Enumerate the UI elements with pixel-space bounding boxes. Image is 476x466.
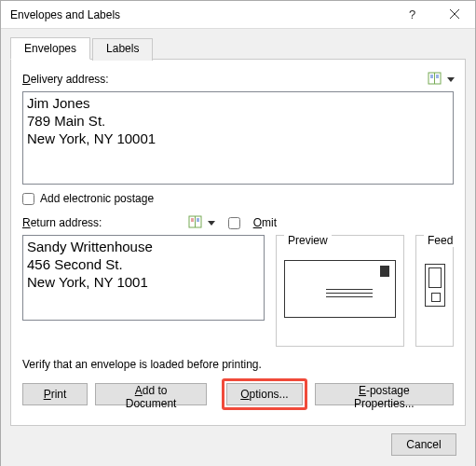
feed-legend: Feed — [424, 234, 456, 247]
print-button[interactable]: Print — [22, 383, 88, 405]
return-address-label: Return address: — [22, 216, 102, 229]
return-address-wrap — [22, 235, 265, 347]
omit-label: Omit — [253, 216, 277, 229]
return-address-book-button[interactable] — [189, 212, 215, 233]
delivery-address-book-button[interactable] — [428, 69, 454, 89]
electronic-postage-checkbox[interactable] — [22, 193, 34, 205]
button-row: Print Add to Document Options... E-posta… — [22, 378, 454, 410]
options-highlight: Options... — [222, 378, 306, 410]
dialog-footer: Cancel — [10, 426, 466, 463]
add-to-document-button[interactable]: Add to Document — [95, 383, 207, 405]
lower-section: Preview Feed — [22, 235, 454, 347]
tab-labels[interactable]: Labels — [92, 38, 153, 61]
return-address-header: Return address: — [22, 212, 454, 233]
feed-group[interactable]: Feed — [415, 235, 454, 347]
envelope-preview-icon — [284, 260, 396, 318]
feed-orientation-icon — [425, 264, 445, 307]
help-icon: ? — [409, 7, 415, 21]
electronic-postage-row: Add electronic postage — [22, 192, 454, 205]
help-button[interactable]: ? — [391, 1, 433, 29]
tabs-container: Envelopes Labels Delivery address: — [10, 59, 466, 426]
close-icon — [450, 8, 459, 21]
options-button[interactable]: Options... — [226, 383, 302, 405]
tab-envelopes[interactable]: Envelopes — [10, 37, 90, 60]
delivery-address-header: Delivery address: — [22, 69, 454, 89]
epostage-properties-button[interactable]: E-postage Properties... — [315, 383, 454, 405]
delivery-address-input[interactable] — [22, 91, 454, 185]
cancel-button[interactable]: Cancel — [391, 433, 456, 456]
preview-group[interactable]: Preview — [276, 235, 404, 347]
address-book-icon — [428, 72, 442, 88]
tabstrip: Envelopes Labels — [10, 37, 465, 60]
dialog-body: Envelopes Labels Delivery address: — [1, 29, 475, 466]
chevron-down-icon — [447, 77, 455, 82]
tab-content-envelopes: Delivery address: — [11, 60, 465, 425]
preview-legend: Preview — [284, 234, 332, 247]
electronic-postage-label: Add electronic postage — [40, 192, 154, 205]
address-book-icon — [188, 215, 203, 231]
dialog-window: Envelopes and Labels ? Envelopes Labels — [0, 0, 476, 466]
return-address-input[interactable] — [22, 235, 265, 321]
omit-checkbox[interactable] — [228, 217, 240, 229]
delivery-address-label: Delivery address: — [22, 73, 109, 86]
chevron-down-icon — [208, 221, 215, 226]
close-button[interactable] — [433, 1, 475, 29]
verify-note: Verify that an envelope is loaded before… — [22, 358, 454, 371]
titlebar: Envelopes and Labels ? — [1, 1, 475, 29]
window-title: Envelopes and Labels — [10, 8, 391, 21]
